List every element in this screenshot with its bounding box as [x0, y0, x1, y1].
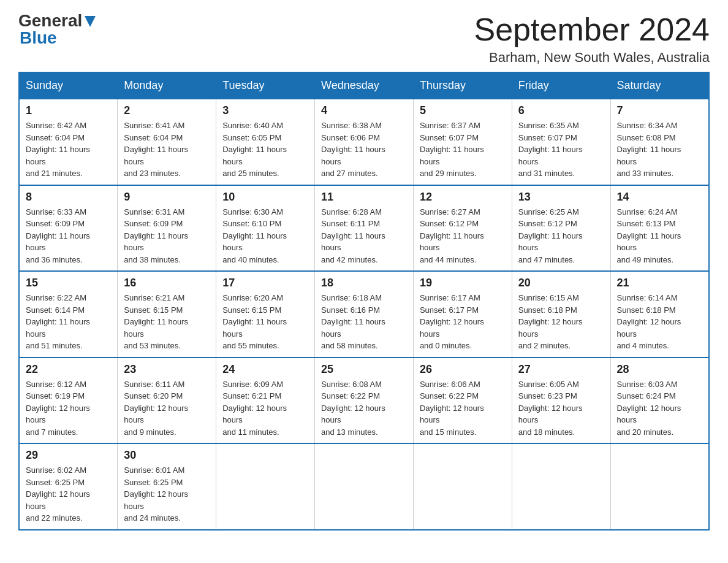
weekday-header-sunday: Sunday	[19, 72, 118, 99]
calendar-week-row: 22Sunrise: 6:12 AMSunset: 6:19 PMDayligh…	[19, 358, 709, 444]
calendar-week-row: 15Sunrise: 6:22 AMSunset: 6:14 PMDayligh…	[19, 271, 709, 358]
day-info: Sunrise: 6:14 AMSunset: 6:18 PMDaylight:…	[617, 292, 702, 352]
day-number: 5	[420, 104, 506, 117]
calendar-cell: 15Sunrise: 6:22 AMSunset: 6:14 PMDayligh…	[19, 271, 118, 358]
day-number: 2	[124, 104, 210, 117]
weekday-header-monday: Monday	[118, 72, 216, 99]
day-number: 10	[222, 191, 308, 204]
calendar-cell: 10Sunrise: 6:30 AMSunset: 6:10 PMDayligh…	[216, 185, 315, 272]
day-number: 30	[124, 449, 210, 462]
day-info: Sunrise: 6:24 AMSunset: 6:13 PMDaylight:…	[617, 206, 702, 266]
calendar-cell: 5Sunrise: 6:37 AMSunset: 6:07 PMDaylight…	[413, 99, 512, 185]
day-info: Sunrise: 6:18 AMSunset: 6:16 PMDaylight:…	[321, 292, 407, 352]
day-number: 19	[420, 277, 506, 289]
day-number: 9	[124, 191, 210, 204]
calendar-cell: 11Sunrise: 6:28 AMSunset: 6:11 PMDayligh…	[315, 185, 414, 272]
day-info: Sunrise: 6:03 AMSunset: 6:24 PMDaylight:…	[617, 378, 702, 439]
page-header: General Blue September 2024 Barham, New …	[18, 12, 710, 66]
day-number: 28	[617, 363, 702, 376]
calendar-week-row: 8Sunrise: 6:33 AMSunset: 6:09 PMDaylight…	[19, 185, 709, 272]
calendar-table: SundayMondayTuesdayWednesdayThursdayFrid…	[18, 72, 710, 530]
day-info: Sunrise: 6:34 AMSunset: 6:08 PMDaylight:…	[617, 120, 702, 180]
calendar-cell: 18Sunrise: 6:18 AMSunset: 6:16 PMDayligh…	[315, 271, 414, 358]
day-info: Sunrise: 6:31 AMSunset: 6:09 PMDaylight:…	[124, 206, 210, 266]
calendar-cell: 12Sunrise: 6:27 AMSunset: 6:12 PMDayligh…	[413, 185, 512, 272]
calendar-cell	[512, 443, 610, 530]
day-number: 25	[321, 363, 407, 376]
calendar-cell: 26Sunrise: 6:06 AMSunset: 6:22 PMDayligh…	[413, 358, 512, 444]
day-info: Sunrise: 6:37 AMSunset: 6:07 PMDaylight:…	[420, 120, 506, 180]
calendar-cell: 4Sunrise: 6:38 AMSunset: 6:06 PMDaylight…	[315, 99, 414, 185]
day-number: 21	[617, 277, 702, 289]
day-number: 17	[222, 277, 308, 289]
calendar-cell: 23Sunrise: 6:11 AMSunset: 6:20 PMDayligh…	[118, 358, 216, 444]
calendar-cell	[315, 443, 414, 530]
calendar-cell: 3Sunrise: 6:40 AMSunset: 6:05 PMDaylight…	[216, 99, 315, 185]
day-number: 27	[518, 363, 604, 376]
day-number: 24	[222, 363, 308, 376]
title-section: September 2024 Barham, New South Wales, …	[474, 12, 710, 66]
day-number: 4	[321, 104, 407, 117]
day-info: Sunrise: 6:28 AMSunset: 6:11 PMDaylight:…	[321, 206, 407, 266]
day-number: 3	[222, 104, 308, 117]
calendar-cell: 14Sunrise: 6:24 AMSunset: 6:13 PMDayligh…	[610, 185, 709, 272]
day-number: 26	[420, 363, 506, 376]
calendar-cell: 21Sunrise: 6:14 AMSunset: 6:18 PMDayligh…	[610, 271, 709, 358]
calendar-header-row: SundayMondayTuesdayWednesdayThursdayFrid…	[19, 72, 709, 99]
day-number: 29	[26, 449, 111, 462]
weekday-header-wednesday: Wednesday	[315, 72, 414, 99]
calendar-cell: 13Sunrise: 6:25 AMSunset: 6:12 PMDayligh…	[512, 185, 610, 272]
day-info: Sunrise: 6:09 AMSunset: 6:21 PMDaylight:…	[222, 378, 308, 439]
day-number: 20	[518, 277, 604, 289]
day-info: Sunrise: 6:05 AMSunset: 6:23 PMDaylight:…	[518, 378, 604, 439]
calendar-cell: 22Sunrise: 6:12 AMSunset: 6:19 PMDayligh…	[19, 358, 118, 444]
day-number: 15	[26, 277, 111, 289]
calendar-cell: 2Sunrise: 6:41 AMSunset: 6:04 PMDaylight…	[118, 99, 216, 185]
day-info: Sunrise: 6:11 AMSunset: 6:20 PMDaylight:…	[124, 378, 210, 439]
calendar-cell: 25Sunrise: 6:08 AMSunset: 6:22 PMDayligh…	[315, 358, 414, 444]
day-number: 8	[26, 191, 111, 204]
svg-marker-0	[85, 16, 96, 27]
weekday-header-saturday: Saturday	[610, 72, 709, 99]
month-title: September 2024	[474, 12, 710, 47]
day-info: Sunrise: 6:01 AMSunset: 6:25 PMDaylight:…	[124, 464, 210, 524]
calendar-week-row: 29Sunrise: 6:02 AMSunset: 6:25 PMDayligh…	[19, 443, 709, 530]
day-info: Sunrise: 6:42 AMSunset: 6:04 PMDaylight:…	[26, 120, 111, 180]
calendar-cell: 8Sunrise: 6:33 AMSunset: 6:09 PMDaylight…	[19, 185, 118, 272]
day-number: 18	[321, 277, 407, 289]
day-info: Sunrise: 6:30 AMSunset: 6:10 PMDaylight:…	[222, 206, 308, 266]
calendar-cell: 30Sunrise: 6:01 AMSunset: 6:25 PMDayligh…	[118, 443, 216, 530]
calendar-cell: 17Sunrise: 6:20 AMSunset: 6:15 PMDayligh…	[216, 271, 315, 358]
day-info: Sunrise: 6:15 AMSunset: 6:18 PMDaylight:…	[518, 292, 604, 352]
logo-blue-text: Blue	[20, 28, 57, 47]
calendar-cell	[216, 443, 315, 530]
day-info: Sunrise: 6:20 AMSunset: 6:15 PMDaylight:…	[222, 292, 308, 352]
weekday-header-tuesday: Tuesday	[216, 72, 315, 99]
logo-general-text: General	[18, 12, 82, 29]
calendar-cell: 29Sunrise: 6:02 AMSunset: 6:25 PMDayligh…	[19, 443, 118, 530]
day-info: Sunrise: 6:33 AMSunset: 6:09 PMDaylight:…	[26, 206, 111, 266]
calendar-cell: 7Sunrise: 6:34 AMSunset: 6:08 PMDaylight…	[610, 99, 709, 185]
day-number: 1	[26, 104, 111, 117]
day-number: 16	[124, 277, 210, 289]
day-info: Sunrise: 6:40 AMSunset: 6:05 PMDaylight:…	[222, 120, 308, 180]
day-number: 23	[124, 363, 210, 376]
weekday-header-thursday: Thursday	[413, 72, 512, 99]
day-info: Sunrise: 6:25 AMSunset: 6:12 PMDaylight:…	[518, 206, 604, 266]
day-number: 12	[420, 191, 506, 204]
day-info: Sunrise: 6:22 AMSunset: 6:14 PMDaylight:…	[26, 292, 111, 352]
calendar-cell: 28Sunrise: 6:03 AMSunset: 6:24 PMDayligh…	[610, 358, 709, 444]
calendar-cell: 20Sunrise: 6:15 AMSunset: 6:18 PMDayligh…	[512, 271, 610, 358]
day-info: Sunrise: 6:35 AMSunset: 6:07 PMDaylight:…	[518, 120, 604, 180]
day-number: 22	[26, 363, 111, 376]
day-info: Sunrise: 6:02 AMSunset: 6:25 PMDaylight:…	[26, 464, 111, 524]
day-info: Sunrise: 6:06 AMSunset: 6:22 PMDaylight:…	[420, 378, 506, 439]
day-number: 6	[518, 104, 604, 117]
logo-arrow-icon	[83, 15, 97, 28]
day-number: 13	[518, 191, 604, 204]
day-number: 14	[617, 191, 702, 204]
day-info: Sunrise: 6:38 AMSunset: 6:06 PMDaylight:…	[321, 120, 407, 180]
logo: General Blue	[18, 12, 97, 48]
day-info: Sunrise: 6:08 AMSunset: 6:22 PMDaylight:…	[321, 378, 407, 439]
weekday-header-friday: Friday	[512, 72, 610, 99]
